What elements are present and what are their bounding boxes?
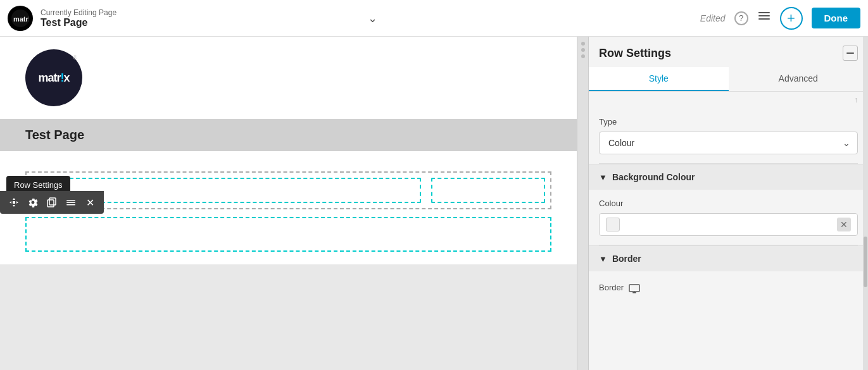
topbar-right-actions: Edited ? + Done	[700, 7, 860, 30]
topbar-subtitle: Currently Editing Page	[41, 8, 359, 17]
svg-rect-11	[846, 52, 854, 54]
svg-rect-14	[634, 292, 635, 293]
right-panel: Row Settings Style Advanced ↑ Type	[577, 37, 868, 370]
colour-input-row[interactable]: ✕	[599, 213, 858, 236]
svg-rect-6	[47, 200, 54, 207]
matrix-logo: ® matr!x	[25, 49, 82, 106]
done-button[interactable]: Done	[812, 8, 861, 28]
app-logo: matr!x	[8, 6, 33, 31]
panel-inner: Row Settings Style Advanced ↑ Type	[589, 37, 868, 370]
strip-dot-1	[581, 42, 585, 46]
row-controls-toolbar: ✕	[0, 191, 104, 214]
svg-rect-3	[758, 15, 770, 16]
main-area: ® matr!x Test Page Row Settings	[0, 37, 868, 370]
panel-strip	[577, 37, 589, 370]
bg-colour-chevron-icon: ▼	[599, 173, 607, 182]
logo-text: matr!x	[38, 71, 69, 85]
bg-colour-label: Background Colour	[612, 172, 695, 182]
topbar: matr!x Currently Editing Page Test Page …	[0, 0, 868, 37]
content-col-side	[431, 178, 545, 203]
colour-swatch	[606, 218, 620, 231]
list-icon[interactable]	[757, 9, 771, 27]
svg-rect-10	[66, 204, 75, 206]
tab-advanced[interactable]: Advanced	[729, 67, 869, 91]
content-row-2	[25, 217, 551, 252]
page-content: ® matr!x Test Page Row Settings	[0, 37, 577, 370]
type-label: Type	[599, 117, 858, 126]
row-move-icon[interactable]	[5, 194, 23, 211]
svg-rect-4	[758, 18, 770, 20]
border-chevron-icon: ▼	[599, 254, 607, 264]
page-header-bar: Test Page	[0, 119, 577, 151]
panel-scrollbar-thumb	[864, 237, 867, 287]
panel-scrollbar[interactable]	[863, 37, 868, 370]
strip-dot-2	[581, 48, 585, 52]
row-reorder-icon[interactable]	[62, 194, 80, 211]
border-monitor-icon	[629, 284, 640, 297]
svg-rect-7	[49, 198, 56, 205]
strip-dot-3	[581, 54, 585, 58]
topbar-title-area: Currently Editing Page Test Page	[41, 8, 359, 28]
topbar-page-title: Test Page	[41, 17, 359, 28]
svg-rect-9	[66, 202, 75, 204]
svg-rect-5	[758, 12, 760, 13]
bg-colour-body: Colour ✕	[589, 190, 868, 245]
page-heading: Test Page	[25, 128, 84, 142]
border-body: Border	[589, 271, 868, 309]
border-header[interactable]: ▼ Border	[589, 245, 868, 271]
logo-registered: ®	[73, 54, 77, 61]
page-logo-area: ® matr!x	[0, 37, 577, 119]
content-row-1	[25, 171, 551, 209]
type-select-wrapper: Colour ⌄	[599, 132, 858, 154]
colour-clear-button[interactable]: ✕	[837, 218, 851, 231]
bg-colour-header[interactable]: ▼ Background Colour	[589, 164, 868, 190]
colour-label: Colour	[599, 199, 858, 208]
help-button[interactable]: ?	[734, 11, 748, 25]
tab-style[interactable]: Style	[589, 67, 729, 91]
panel-minimize-button[interactable]	[843, 46, 858, 61]
border-field-row: Border	[599, 280, 858, 300]
add-button[interactable]: +	[780, 7, 803, 30]
panel-title: Row Settings	[599, 47, 671, 60]
row-settings-icon[interactable]	[24, 194, 42, 211]
type-select[interactable]: Colour	[599, 132, 858, 154]
border-field-label: Border	[599, 283, 624, 292]
row-duplicate-icon[interactable]	[43, 194, 61, 211]
svg-rect-8	[66, 200, 75, 201]
panel-tabs: Style Advanced	[589, 67, 868, 92]
border-label: Border	[612, 254, 641, 264]
topbar-chevron-icon[interactable]: ⌄	[364, 9, 382, 27]
panel-header: Row Settings	[589, 37, 868, 67]
row-delete-icon[interactable]: ✕	[81, 194, 99, 211]
topbar-edited-status: Edited	[700, 13, 726, 23]
svg-rect-12	[629, 285, 639, 292]
svg-text:matr!x: matr!x	[13, 15, 29, 22]
type-section: Type Colour ⌄	[589, 108, 868, 163]
